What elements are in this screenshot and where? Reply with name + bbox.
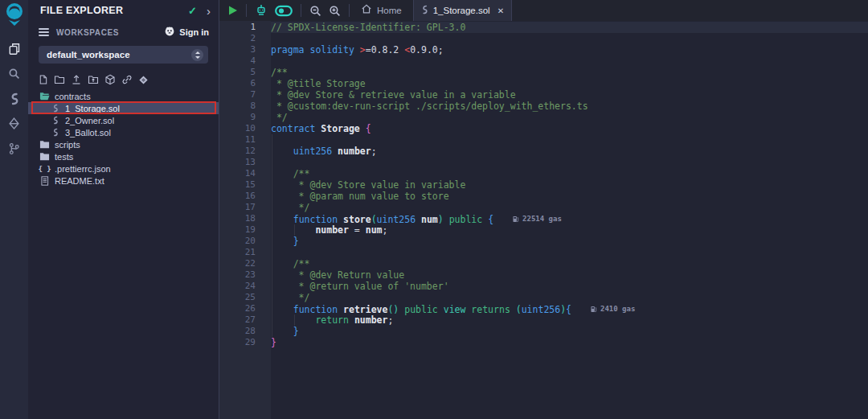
tree-item-label: README.txt (55, 176, 104, 186)
code-line-15[interactable]: * @dev Store value in variable (271, 179, 868, 191)
tree-item-label: 1_Storage.sol (65, 104, 120, 113)
code-line-28[interactable]: } (271, 326, 868, 337)
tab-home[interactable]: Home (350, 0, 413, 21)
code-line-6[interactable]: * @title Storage (271, 78, 868, 89)
upload-file-icon[interactable] (71, 74, 82, 85)
line-number: 3 (219, 44, 271, 55)
code-line-10[interactable]: contract Storage { (271, 123, 868, 134)
code-line-7[interactable]: * @dev Store & retrieve value in a varia… (271, 89, 868, 101)
line-number: 16 (219, 191, 271, 202)
code-line-24[interactable]: * @return value of 'number' (271, 281, 868, 292)
code-line-5[interactable]: /** (271, 67, 868, 78)
code-line-23[interactable]: * @dev Return value (271, 269, 868, 281)
tree-item-label: contracts (55, 92, 91, 101)
gas-estimate-badge: 2410 gas (591, 303, 635, 314)
cube-icon[interactable] (104, 74, 116, 85)
workspaces-label: WORKSPACES (56, 28, 164, 37)
home-tab-label: Home (377, 6, 402, 15)
close-tab-icon[interactable]: ✕ (497, 6, 504, 15)
line-number: 1 (219, 22, 271, 33)
code-line-22[interactable]: /** (271, 258, 868, 269)
line-number: 25 (219, 292, 271, 303)
line-number: 6 (219, 78, 271, 89)
code-line-8[interactable]: * @custom:dev-run-script ./scripts/deplo… (271, 101, 868, 112)
tree-item-2-owner-sol[interactable]: 2_Owner.sol (28, 114, 219, 126)
folder-open-icon (39, 92, 50, 101)
workspace-name: default_workspace (47, 50, 191, 60)
gem-icon[interactable] (138, 75, 149, 85)
code-line-29[interactable]: } (271, 337, 868, 348)
tree-item-scripts[interactable]: scripts (28, 138, 219, 150)
indent-guide (294, 314, 295, 326)
new-folder-icon[interactable] (54, 74, 65, 85)
code-line-12[interactable]: uint256 number; (271, 146, 868, 157)
link-icon[interactable] (121, 74, 133, 85)
chevron-right-icon[interactable]: › (207, 5, 211, 17)
code-line-11[interactable] (271, 134, 868, 146)
tree-item-label: scripts (55, 140, 80, 150)
panel-title: FILE EXPLORER (40, 5, 188, 16)
code-line-9[interactable]: */ (271, 112, 868, 123)
solidity-file-icon (421, 3, 428, 18)
file-explorer-icon[interactable] (0, 36, 28, 61)
tree-item-readme-txt[interactable]: README.txt (28, 175, 219, 187)
git-icon[interactable] (0, 136, 28, 161)
code-line-27[interactable]: return number; (271, 314, 868, 326)
solidity-compiler-icon[interactable] (0, 86, 28, 111)
folder-icon (39, 152, 50, 162)
remix-logo-icon[interactable] (3, 2, 26, 27)
folder-icon (39, 140, 50, 150)
line-number: 24 (219, 281, 271, 292)
code-line-14[interactable]: /** (271, 168, 868, 179)
zoom-out-icon[interactable] (309, 5, 321, 17)
ai-assistant-icon[interactable] (255, 4, 268, 17)
line-number: 9 (219, 112, 271, 123)
line-number: 21 (219, 247, 271, 258)
solidity-icon (50, 116, 60, 125)
code-line-4[interactable] (271, 55, 868, 67)
line-number: 13 (219, 157, 271, 168)
code-line-3[interactable]: pragma solidity >=0.8.2 <0.9.0; (271, 44, 868, 55)
code-line-16[interactable]: * @param num value to store (271, 191, 868, 202)
tree-item-contracts[interactable]: contracts (28, 90, 219, 102)
tree-item-label: tests (55, 152, 73, 162)
deploy-run-icon[interactable] (0, 111, 28, 136)
code-line-1[interactable]: // SPDX-License-Identifier: GPL-3.0 (271, 22, 868, 33)
code-line-21[interactable] (271, 247, 868, 258)
remix-ide-window: FILE EXPLORER ✓ › WORKSPACES Sign in (0, 0, 868, 419)
code-line-20[interactable]: } (271, 236, 868, 247)
code-editor[interactable]: 1234567891011121314151617181920212223242… (219, 21, 868, 419)
code-line-19[interactable]: number = num; (271, 224, 868, 236)
code-line-25[interactable]: */ (271, 292, 868, 303)
zoom-in-icon[interactable] (329, 5, 341, 17)
tab-1-storage-sol[interactable]: 1_Storage.sol ✕ (413, 0, 512, 21)
line-number: 20 (219, 236, 271, 247)
file-explorer-panel: FILE EXPLORER ✓ › WORKSPACES Sign in (28, 0, 219, 419)
check-icon[interactable]: ✓ (188, 5, 197, 17)
code-line-18[interactable]: function store(uint256 num) public {2251… (271, 213, 868, 224)
home-icon (361, 3, 372, 18)
tree-item-1-storage-sol[interactable]: 1_Storage.sol (28, 102, 219, 114)
sign-in-button[interactable]: Sign in (164, 25, 209, 39)
search-icon[interactable] (0, 61, 28, 86)
line-number: 18 (219, 213, 271, 224)
run-script-button[interactable] (227, 5, 238, 16)
code-line-13[interactable] (271, 157, 868, 168)
upload-folder-icon[interactable] (88, 74, 99, 85)
code-line-17[interactable]: */ (271, 202, 868, 213)
tree-item--prettierrc-json[interactable]: { }.prettierrc.json (28, 162, 219, 175)
hamburger-menu-icon[interactable] (39, 27, 49, 38)
new-file-icon[interactable] (38, 74, 48, 85)
activity-bar (0, 0, 28, 419)
tree-item-label: 3_Ballot.sol (65, 128, 111, 138)
line-number: 17 (219, 202, 271, 213)
tree-item-label: .prettierrc.json (55, 164, 111, 174)
tree-item-3-ballot-sol[interactable]: 3_Ballot.sol (28, 126, 219, 138)
code-line-26[interactable]: function retrieve() public view returns … (271, 303, 868, 314)
sign-in-label: Sign in (179, 27, 209, 37)
code-lines[interactable]: // SPDX-License-Identifier: GPL-3.0pragm… (271, 21, 868, 419)
code-line-2[interactable] (271, 33, 868, 44)
workspace-select[interactable]: default_workspace (39, 46, 208, 64)
tree-item-tests[interactable]: tests (28, 150, 219, 162)
toggle-switch-icon[interactable] (275, 5, 293, 17)
